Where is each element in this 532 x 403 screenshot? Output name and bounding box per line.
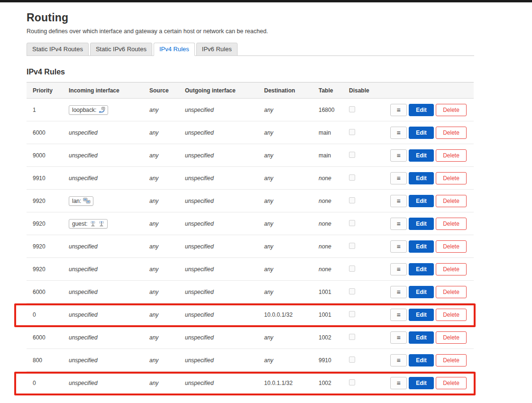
hamburger-menu-icon: ≡ (396, 288, 400, 296)
delete-button[interactable]: Delete (436, 195, 467, 207)
delete-button[interactable]: Delete (436, 354, 467, 366)
tab-ipv4-rules[interactable]: IPv4 Rules (154, 43, 195, 56)
ipv4-rules-table: Priority Incoming interface Source Outgo… (27, 82, 474, 394)
table-cell: 9910 (312, 357, 343, 364)
col-header-priority: Priority (27, 87, 63, 94)
edit-button[interactable]: Edit (409, 149, 434, 162)
disable-cell (343, 311, 379, 319)
delete-button[interactable]: Delete (436, 172, 467, 184)
actions-cell: ≡EditDelete (379, 309, 474, 321)
delete-button[interactable]: Delete (436, 218, 467, 230)
menu-button[interactable]: ≡ (390, 354, 407, 366)
disable-checkbox[interactable] (349, 220, 355, 226)
top-bar (0, 0, 532, 2)
table-body: 1loopback:anyunspecifiedany16800≡EditDel… (27, 99, 474, 394)
disable-cell (343, 106, 379, 114)
delete-button[interactable]: Delete (436, 240, 467, 253)
disable-checkbox[interactable] (349, 379, 355, 385)
disable-checkbox[interactable] (349, 152, 355, 158)
menu-button[interactable]: ≡ (390, 377, 407, 389)
table-header-row: Priority Incoming interface Source Outgo… (27, 82, 474, 99)
actions-cell: ≡EditDelete (379, 172, 474, 184)
delete-button[interactable]: Delete (436, 286, 467, 298)
edit-button[interactable]: Edit (409, 218, 434, 230)
edit-button[interactable]: Edit (409, 104, 434, 116)
incoming-interface-cell: unspecified (63, 334, 143, 341)
menu-button[interactable]: ≡ (390, 218, 407, 230)
col-header-incoming-interface: Incoming interface (63, 87, 143, 94)
table-row: 0unspecifiedanyunspecified10.0.1.1/32100… (27, 372, 474, 394)
incoming-interface-cell: unspecified (63, 380, 143, 386)
outgoing-interface-cell: unspecified (179, 175, 258, 182)
delete-button[interactable]: Delete (436, 127, 467, 139)
incoming-interface-cell: unspecified (63, 311, 143, 318)
edit-button[interactable]: Edit (409, 263, 434, 275)
table-row: 6000unspecifiedanyunspecifiedanymain≡Edi… (27, 121, 474, 144)
tab-static-ipv4-routes[interactable]: Static IPv4 Routes (27, 43, 89, 56)
delete-button[interactable]: Delete (436, 377, 467, 389)
edit-button[interactable]: Edit (409, 195, 434, 207)
actions-cell: ≡EditDelete (379, 354, 474, 366)
edit-button[interactable]: Edit (409, 377, 434, 389)
delete-button[interactable]: Delete (436, 331, 467, 344)
disable-cell (343, 220, 379, 228)
incoming-interface-cell: lan: (63, 196, 143, 206)
priority-cell: 9000 (27, 152, 63, 159)
disable-checkbox[interactable] (349, 197, 355, 203)
edit-button[interactable]: Edit (409, 286, 434, 298)
delete-button[interactable]: Delete (436, 309, 467, 321)
table-row: 1loopback:anyunspecifiedany16800≡EditDel… (27, 99, 474, 121)
menu-button[interactable]: ≡ (390, 263, 407, 275)
source-cell: any (143, 266, 179, 273)
outgoing-interface-cell: unspecified (179, 311, 258, 318)
table-cell: 1002 (312, 380, 343, 386)
wifi-icon (90, 220, 96, 227)
interface-badge-label: lan: (72, 198, 81, 204)
col-header-source: Source (143, 87, 179, 94)
disable-checkbox[interactable] (349, 243, 355, 249)
disable-checkbox[interactable] (349, 311, 355, 317)
menu-button[interactable]: ≡ (390, 149, 407, 162)
menu-button[interactable]: ≡ (390, 286, 407, 298)
disable-checkbox[interactable] (349, 288, 355, 294)
delete-button[interactable]: Delete (436, 263, 467, 275)
hamburger-menu-icon: ≡ (396, 174, 400, 182)
tab-ipv6-rules[interactable]: IPv6 Rules (196, 43, 238, 56)
menu-button[interactable]: ≡ (390, 127, 407, 139)
destination-cell: any (258, 198, 312, 204)
destination-cell: 10.0.1.1/32 (258, 380, 312, 386)
disable-checkbox[interactable] (349, 357, 355, 363)
priority-cell: 9920 (27, 266, 63, 273)
interface-badge-label: loopback: (72, 107, 96, 113)
tab-static-ipv6-routes[interactable]: Static IPv6 Routes (90, 43, 152, 56)
menu-button[interactable]: ≡ (390, 240, 407, 253)
menu-button[interactable]: ≡ (390, 331, 407, 344)
source-cell: any (143, 357, 179, 364)
table-row: 0unspecifiedanyunspecified10.0.0.1/32100… (27, 303, 474, 326)
delete-button[interactable]: Delete (436, 149, 467, 162)
menu-button[interactable]: ≡ (390, 104, 407, 116)
edit-button[interactable]: Edit (409, 331, 434, 344)
hamburger-menu-icon: ≡ (396, 243, 400, 250)
edit-button[interactable]: Edit (409, 240, 434, 253)
menu-button[interactable]: ≡ (390, 172, 407, 184)
disable-checkbox[interactable] (349, 266, 355, 272)
edit-button[interactable]: Edit (409, 172, 434, 184)
interface-badge: lan: (69, 196, 93, 206)
edit-button[interactable]: Edit (409, 309, 434, 321)
edit-button[interactable]: Edit (409, 354, 434, 366)
interface-badge: guest: (69, 219, 108, 229)
page-title: Routing (27, 11, 474, 24)
disable-checkbox[interactable] (349, 106, 355, 112)
disable-checkbox[interactable] (349, 334, 355, 340)
destination-cell: any (258, 175, 312, 182)
delete-button[interactable]: Delete (436, 104, 467, 116)
menu-button[interactable]: ≡ (390, 309, 407, 321)
disable-checkbox[interactable] (349, 129, 355, 135)
edit-button[interactable]: Edit (409, 127, 434, 139)
source-cell: any (143, 152, 179, 159)
hamburger-menu-icon: ≡ (396, 311, 400, 319)
table-cell: 1001 (312, 289, 343, 295)
disable-checkbox[interactable] (349, 174, 355, 181)
menu-button[interactable]: ≡ (390, 195, 407, 207)
